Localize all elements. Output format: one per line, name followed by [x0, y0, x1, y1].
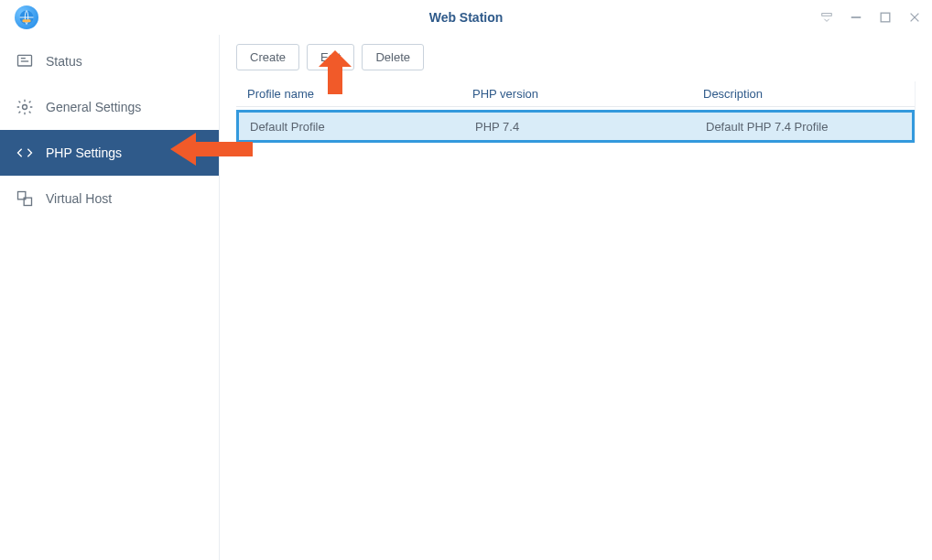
- sidebar-item-label: PHP Settings: [46, 145, 122, 160]
- svg-rect-2: [822, 14, 832, 16]
- svg-rect-4: [881, 13, 890, 22]
- sidebar-item-label: General Settings: [46, 100, 141, 114]
- window-title: Web Station: [0, 10, 932, 25]
- cell-description: Default PHP 7.4 Profile: [695, 120, 912, 134]
- minimize-icon[interactable]: [848, 9, 864, 26]
- column-header-name[interactable]: Profile name: [236, 87, 461, 101]
- sidebar-item-php-settings[interactable]: PHP Settings: [0, 130, 219, 176]
- status-icon: [15, 51, 35, 71]
- sidebar-item-general-settings[interactable]: General Settings: [0, 84, 219, 130]
- profiles-table: Profile name PHP version Description Def…: [236, 81, 916, 143]
- column-header-version[interactable]: PHP version: [461, 87, 692, 101]
- dropdown-icon[interactable]: [818, 9, 835, 26]
- svg-rect-7: [18, 55, 32, 66]
- svg-point-10: [23, 105, 27, 110]
- sidebar: Status General Settings PHP Settings Vir…: [0, 35, 220, 560]
- table-row[interactable]: Default Profile PHP 7.4 Default PHP 7.4 …: [236, 110, 915, 143]
- title-bar: Web Station: [0, 0, 932, 35]
- svg-rect-1: [23, 19, 31, 22]
- sidebar-item-virtual-host[interactable]: Virtual Host: [0, 176, 219, 221]
- maximize-icon[interactable]: [877, 9, 894, 26]
- sidebar-item-status[interactable]: Status: [0, 38, 219, 84]
- column-header-description[interactable]: Description: [692, 87, 915, 101]
- gear-icon: [15, 97, 35, 117]
- sidebar-item-label: Status: [46, 54, 82, 69]
- table-header: Profile name PHP version Description: [236, 81, 915, 107]
- code-icon: [15, 143, 35, 163]
- close-icon[interactable]: [906, 9, 923, 26]
- sidebar-item-label: Virtual Host: [46, 191, 112, 206]
- edit-button[interactable]: Edit: [307, 44, 354, 70]
- toolbar: Create Edit Delete: [236, 44, 916, 70]
- create-button[interactable]: Create: [236, 44, 299, 70]
- delete-button[interactable]: Delete: [362, 44, 424, 70]
- virtual-host-icon: [15, 188, 35, 209]
- app-icon: [15, 5, 38, 29]
- cell-php-version: PHP 7.4: [464, 120, 695, 134]
- main-pane: Create Edit Delete Profile name PHP vers…: [220, 35, 932, 560]
- cell-profile-name: Default Profile: [239, 120, 464, 134]
